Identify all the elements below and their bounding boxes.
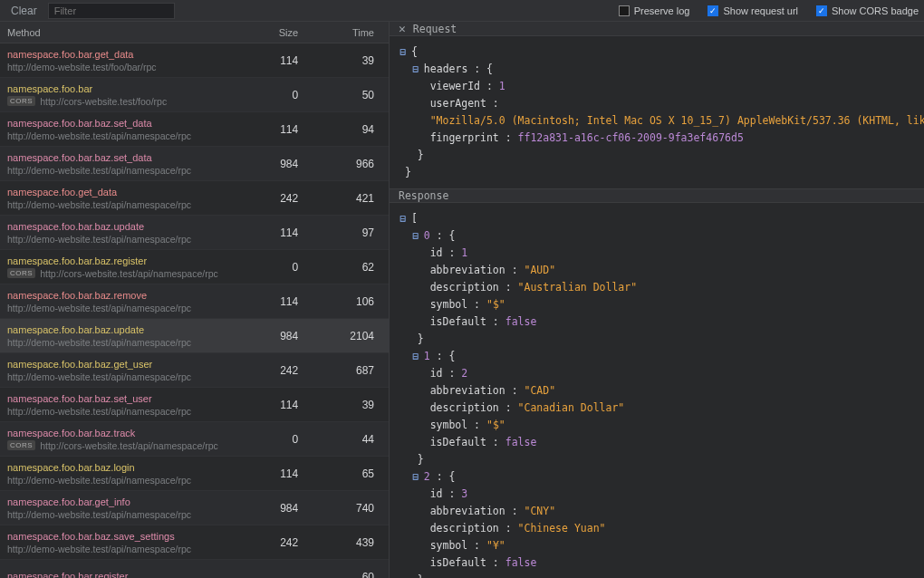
collapse-icon[interactable]: ⊟ [411, 61, 420, 78]
method-url: http://demo-website.test/foo/bar/rpc [7, 62, 244, 72]
method-url: http://demo-website.test/api/namespace/r… [7, 303, 244, 313]
time-cell: 966 [316, 158, 389, 170]
method-url: http://demo-website.test/api/namespace/r… [7, 475, 244, 486]
request-list: Method Size Time namespace.foo.bar.get_d… [0, 22, 390, 578]
cors-badge: CORS [7, 268, 35, 278]
time-cell: 687 [316, 364, 389, 377]
time-cell: 106 [316, 295, 389, 308]
time-cell: 740 [316, 502, 389, 515]
method-url: http://demo-website.test/api/namespace/r… [7, 406, 244, 417]
size-cell: 0 [244, 261, 316, 274]
checkbox-icon [707, 5, 718, 16]
method-name: namespace.foo.bar.baz.set_user [7, 393, 244, 404]
size-cell: 242 [244, 364, 316, 377]
size-cell: 984 [244, 330, 316, 342]
collapse-icon[interactable]: ⊟ [411, 348, 420, 365]
col-time[interactable]: Time [316, 27, 389, 38]
table-row[interactable]: namespace.foo.bar.baz.registerCORShttp:/… [0, 250, 389, 284]
table-row[interactable]: namespace.foo.bar.baz.set_datahttp://dem… [0, 147, 389, 181]
method-url: http://demo-website.test/api/namespace/r… [7, 130, 244, 141]
response-body: ⊟[ ⊟0 : { id : 1 abbreviation : "AUD" de… [390, 203, 924, 578]
table-row[interactable]: namespace.foo.bar.baz.trackCORShttp://co… [0, 422, 389, 457]
time-cell: 60 [316, 571, 389, 579]
cors-badge: CORS [7, 96, 35, 106]
close-icon[interactable]: ✕ [399, 22, 406, 35]
collapse-icon[interactable]: ⊟ [399, 43, 408, 61]
toolbar: Clear Preserve log Show request url Show… [0, 0, 924, 22]
size-cell: 0 [244, 89, 316, 101]
clear-button[interactable]: Clear [5, 3, 43, 19]
table-row[interactable]: namespace.foo.bar.baz.set_datahttp://dem… [0, 112, 389, 147]
time-cell: 65 [316, 467, 389, 480]
table-header: Method Size Time [0, 22, 389, 43]
method-url: http://demo-website.test/api/namespace/r… [7, 544, 244, 554]
response-header: Response [390, 188, 924, 203]
method-name: namespace.foo.bar.baz.register [7, 255, 244, 266]
size-cell: 114 [244, 295, 316, 308]
method-url: CORShttp://cors-website.test/foo/rpc [7, 96, 244, 107]
filter-input[interactable] [48, 3, 175, 19]
request-body: ⊟{ ⊟headers : { viewerId : 1 userAgent :… [390, 36, 924, 188]
table-row[interactable]: namespace.foo.bar.baz.removehttp://demo-… [0, 284, 389, 319]
table-row[interactable]: namespace.foo.bar.baz.updatehttp://demo-… [0, 319, 389, 353]
method-name: namespace.foo.bar.baz.set_data [7, 152, 244, 163]
method-name: namespace.foo.bar.baz.update [7, 324, 244, 335]
method-name: namespace.foo.get_data [7, 187, 244, 197]
size-cell: 114 [244, 54, 316, 67]
cors-badge: CORS [7, 440, 35, 450]
table-row[interactable]: namespace.foo.get_datahttp://demo-websit… [0, 181, 389, 216]
checkbox-label: Show CORS badge [832, 5, 919, 16]
method-url: CORShttp://cors-website.test/api/namespa… [7, 440, 244, 451]
size-cell: 114 [244, 123, 316, 136]
method-name: namespace.foo.bar [7, 83, 244, 94]
checkbox-label: Show request url [723, 5, 798, 16]
time-cell: 50 [316, 89, 389, 101]
method-url: http://demo-website.test/api/namespace/r… [7, 509, 244, 520]
time-cell: 439 [316, 536, 389, 549]
method-name: namespace.foo.bar.register [7, 571, 244, 579]
size-cell: 984 [244, 502, 316, 515]
request-header: ✕ Request [390, 22, 924, 36]
method-url: CORShttp://cors-website.test/api/namespa… [7, 268, 244, 279]
method-name: namespace.foo.bar.baz.login [7, 462, 244, 473]
time-cell: 97 [316, 226, 389, 239]
checkbox-icon [619, 5, 630, 16]
table-row[interactable]: namespace.foo.bar.baz.save_settingshttp:… [0, 525, 389, 560]
table-row[interactable]: namespace.foo.bar.baz.get_userhttp://dem… [0, 353, 389, 388]
method-url: http://demo-website.test/api/namespace/r… [7, 165, 244, 176]
method-url: http://demo-website.test/api/namespace/r… [7, 371, 244, 382]
method-name: namespace.foo.bar.get_info [7, 496, 244, 507]
collapse-icon[interactable]: ⊟ [399, 210, 408, 227]
size-cell: 0 [244, 433, 316, 446]
method-name: namespace.foo.bar.baz.set_data [7, 118, 244, 129]
show-cors-badge-checkbox[interactable]: Show CORS badge [816, 5, 919, 16]
collapse-icon[interactable]: ⊟ [411, 227, 420, 245]
table-row[interactable]: namespace.foo.bar.register60 [0, 560, 389, 578]
table-row[interactable]: namespace.foo.bar.baz.loginhttp://demo-w… [0, 457, 389, 491]
size-cell: 114 [244, 226, 316, 239]
method-name: namespace.foo.bar.baz.update [7, 221, 244, 232]
method-url: http://demo-website.test/api/namespace/r… [7, 199, 244, 210]
request-title: Request [413, 23, 457, 35]
method-url: http://demo-website.test/api/namespace/r… [7, 234, 244, 245]
checkbox-icon [816, 5, 827, 16]
preserve-log-checkbox[interactable]: Preserve log [619, 5, 690, 16]
size-cell: 242 [244, 536, 316, 549]
col-size[interactable]: Size [244, 27, 316, 38]
time-cell: 39 [316, 399, 389, 411]
time-cell: 2104 [316, 330, 389, 342]
collapse-icon[interactable]: ⊟ [411, 468, 420, 486]
table-row[interactable]: namespace.foo.bar.get_datahttp://demo-we… [0, 43, 389, 78]
table-row[interactable]: namespace.foo.bar.baz.set_userhttp://dem… [0, 388, 389, 422]
method-name: namespace.foo.bar.baz.remove [7, 290, 244, 301]
size-cell: 114 [244, 467, 316, 480]
table-row[interactable]: namespace.foo.bar.get_infohttp://demo-we… [0, 491, 389, 525]
time-cell: 39 [316, 54, 389, 67]
show-request-url-checkbox[interactable]: Show request url [707, 5, 798, 16]
method-name: namespace.foo.bar.baz.save_settings [7, 531, 244, 542]
table-row[interactable]: namespace.foo.bar.baz.updatehttp://demo-… [0, 216, 389, 250]
size-cell: 242 [244, 192, 316, 205]
col-method[interactable]: Method [0, 27, 244, 38]
table-row[interactable]: namespace.foo.barCORShttp://cors-website… [0, 78, 389, 112]
method-name: namespace.foo.bar.baz.track [7, 428, 244, 438]
